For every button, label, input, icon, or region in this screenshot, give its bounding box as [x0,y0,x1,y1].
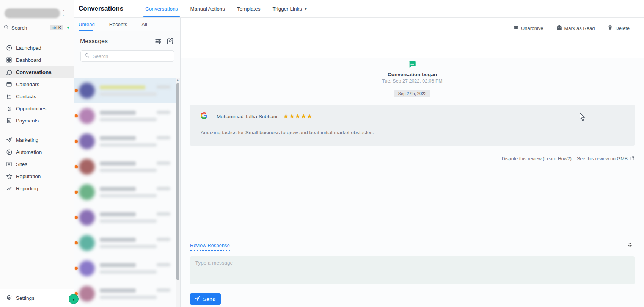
sidebar-item-label: Reputation [16,174,41,179]
dispute-review-link[interactable]: Dispute this review (Learn How?) [502,156,572,161]
conversation-list-item[interactable] [74,179,176,205]
dashboard-icon [6,56,13,63]
unread-dot [75,89,78,92]
conversation-timestamp-blurred [157,187,170,190]
scrollbar-thumb[interactable] [176,83,179,280]
scroll-up-arrow-icon[interactable]: ▲ [176,78,179,81]
view-on-gmb-link[interactable]: See this review on GMB [577,156,628,161]
sidebar-item-label: Calendars [16,81,39,87]
tab-recents[interactable]: Recents [109,18,127,31]
tab-review-response[interactable]: Review Response [190,243,230,251]
sidebar-item-label: Sites [16,161,27,167]
sidebar-item-opportunities[interactable]: Opportunities [0,102,74,114]
unarchive-button[interactable]: Unarchive [513,25,543,31]
sidebar-item-payments[interactable]: Payments [0,114,74,127]
conversations-icon [6,69,13,75]
envelope-icon [556,25,564,31]
chevron-down-icon: ▼ [304,7,308,11]
messages-filter-tabs: Unread Recents All [74,18,180,31]
mark-as-read-button[interactable]: Mark as Read [556,25,595,31]
conversation-timestamp-blurred [157,238,170,241]
conversation-list-item[interactable] [74,205,176,230]
tab-unread[interactable]: Unread [79,18,95,31]
avatar [79,210,95,226]
conversation-list-item[interactable] [74,281,176,306]
conversation-list-item[interactable] [74,78,176,103]
tab-manual-actions[interactable]: Manual Actions [184,0,231,17]
sidebar-item-automation[interactable]: Automation [0,146,74,158]
conversation-timestamp-blurred [157,161,170,165]
settings-label: Settings [16,295,35,301]
sidebar-search[interactable]: Search ctrl K ✦ [0,22,74,33]
messages-search-input[interactable] [93,53,170,59]
began-timestamp: Tue, Sep 27 2022, 02:06 PM [181,78,644,84]
unread-dot [75,216,78,219]
automation-icon [6,149,13,155]
tab-templates[interactable]: Templates [231,0,267,17]
compress-icon[interactable] [627,242,633,249]
sidebar-item-conversations[interactable]: Conversations [0,66,74,78]
agency-logo-blurred [5,8,60,18]
avatar [79,108,95,124]
conversation-list-item[interactable] [74,255,176,281]
message-input-wrapper [190,256,635,284]
star-rating: ★★★★★ [283,113,313,120]
sidebar-item-contacts[interactable]: Contacts [0,90,74,102]
sidebar-item-label: Marketing [16,137,38,143]
list-scrollbar[interactable]: ▲ [176,78,180,307]
sidebar-item-dashboard[interactable]: Dashboard [0,54,74,66]
messages-search[interactable] [80,50,174,62]
filter-sliders-icon[interactable] [154,38,162,45]
search-shortcut-badge: ctrl K [50,25,63,30]
avatar [79,286,95,302]
sidebar-item-label: Automation [16,149,42,155]
sidebar-item-reporting[interactable]: Reporting [0,182,74,194]
conversation-timestamp-blurred [157,263,170,266]
unread-dot [75,140,78,143]
ai-spark-icon[interactable]: ✦ [66,25,70,31]
page-title: Conversations [79,5,123,13]
header-tabs: Conversations Manual Actions Templates T… [139,0,314,17]
page-header: Conversations Conversations Manual Actio… [74,0,644,18]
tab-trigger-links[interactable]: Trigger Links▼ [266,0,313,17]
compose-icon[interactable] [166,38,174,45]
sidebar-item-launchpad[interactable]: Launchpad [0,42,74,54]
avatar [79,159,95,175]
send-icon [195,296,200,302]
conversation-list-item[interactable] [74,230,176,255]
agency-switcher[interactable]: ⌃⌄ [5,8,70,19]
conversation-timestamp-blurred [157,111,170,114]
conversation-list-item[interactable] [74,103,176,128]
sidebar-item-sites[interactable]: Sites [0,158,74,170]
messages-header: Messages [74,31,180,45]
conversation-timestamp-blurred [157,288,170,292]
sidebar-item-label: Conversations [16,69,52,75]
began-title: Conversation began [181,72,644,77]
external-link-icon[interactable] [630,156,635,162]
date-separator: Sep 27th, 2022 [394,90,430,97]
sidebar-item-calendars[interactable]: Calendars [0,78,74,90]
search-icon [4,25,9,31]
tab-conversations[interactable]: Conversations [139,0,184,17]
sidebar-divider [5,130,69,130]
message-input[interactable] [195,260,629,280]
tab-all[interactable]: All [141,18,147,31]
conversation-list-item[interactable] [74,154,176,179]
sidebar-item-marketing[interactable]: Marketing [0,134,74,146]
chevron-left-icon: ‹ [73,296,74,302]
unarchive-icon [513,25,521,31]
payments-icon [6,117,13,124]
review-links: Dispute this review (Learn How?) See thi… [502,156,635,162]
delete-button[interactable]: Delete [608,25,630,31]
unread-dot [75,241,78,244]
sidebar-collapse-button[interactable]: ‹ [69,294,79,304]
avatar [79,83,95,99]
sidebar-settings[interactable]: Settings [0,289,74,307]
sidebar-item-label: Opportunities [16,106,46,111]
sidebar-item-label: Dashboard [16,57,41,63]
send-button[interactable]: Send [190,293,221,305]
conversation-thread: Conversation began Tue, Sep 27 2022, 02:… [181,58,644,307]
sidebar-item-reputation[interactable]: Reputation [0,170,74,182]
conversation-timestamp-blurred [157,85,170,89]
conversation-list-item[interactable] [74,128,176,154]
